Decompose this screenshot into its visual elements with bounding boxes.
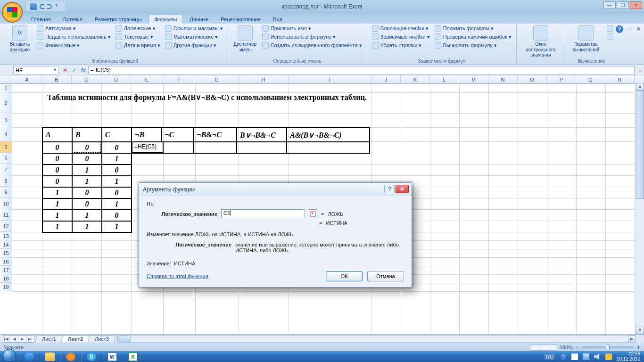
- tray-clock[interactable]: 22:56 10.12.2010: [617, 352, 640, 362]
- ribbon-item[interactable]: Проверка наличия ошибок ▾: [434, 33, 512, 41]
- row-header-3[interactable]: 3: [0, 113, 12, 127]
- help-icon[interactable]: ?: [616, 25, 623, 33]
- table-cell[interactable]: [237, 142, 287, 153]
- tray-updates-icon[interactable]: [605, 354, 612, 360]
- calc-sheet-button[interactable]: [606, 33, 614, 41]
- ribbon-item[interactable]: Логические ▾: [115, 25, 161, 32]
- start-button[interactable]: [0, 351, 19, 362]
- table-cell[interactable]: [132, 165, 161, 176]
- horizontal-scrollbar[interactable]: ◀ ▶: [117, 335, 636, 343]
- select-all-corner[interactable]: [0, 75, 12, 83]
- table-cell[interactable]: [287, 153, 370, 165]
- row-header-7[interactable]: 7: [0, 164, 12, 175]
- save-icon[interactable]: [30, 3, 37, 10]
- column-header-J[interactable]: J: [372, 75, 401, 83]
- taskbar-excel[interactable]: X: [123, 351, 143, 362]
- row-header-1[interactable]: 1: [0, 84, 12, 92]
- table-cell[interactable]: 1: [72, 165, 102, 176]
- tray-flag-icon[interactable]: [571, 354, 578, 360]
- dialog-help-icon[interactable]: ?: [384, 185, 395, 193]
- row-header-2[interactable]: 2: [0, 92, 12, 113]
- quick-access-toolbar[interactable]: ▼: [26, 2, 65, 11]
- table-cell[interactable]: 0: [72, 198, 102, 210]
- ribbon-tab-Рецензирование[interactable]: Рецензирование: [215, 15, 266, 24]
- zoom-out-icon[interactable]: −: [576, 344, 579, 351]
- taskbar-explorer[interactable]: [40, 351, 60, 362]
- table-cell[interactable]: [193, 142, 237, 153]
- row-header-18[interactable]: 18: [0, 274, 12, 283]
- row-header-9[interactable]: 9: [0, 187, 12, 198]
- table-cell[interactable]: 1: [42, 198, 72, 210]
- table-cell[interactable]: [161, 142, 193, 153]
- table-cell[interactable]: [287, 142, 370, 153]
- ribbon-item[interactable]: Убрать стрелки ▾: [371, 41, 431, 49]
- ribbon-item[interactable]: Другие функции ▾: [164, 41, 224, 49]
- sheet-tab-Лист2[interactable]: Лист2: [61, 335, 90, 342]
- row-header-13[interactable]: 13: [0, 232, 12, 240]
- table-cell[interactable]: 1: [72, 221, 102, 232]
- ribbon-item[interactable]: Показать формулы ▾: [434, 25, 512, 32]
- column-header-D[interactable]: D: [101, 75, 131, 83]
- ribbon-item[interactable]: Недавно использовались ▾: [36, 33, 112, 41]
- cancel-button[interactable]: Отмена: [367, 271, 404, 281]
- column-header-K[interactable]: K: [401, 75, 430, 83]
- column-header-M[interactable]: M: [459, 75, 488, 83]
- scroll-up-icon[interactable]: ▲: [636, 83, 644, 90]
- enter-formula-icon[interactable]: ✓: [71, 67, 78, 74]
- ribbon-item[interactable]: Вычислить формулу ▾: [434, 41, 512, 49]
- ribbon-item[interactable]: Математические ▾: [164, 33, 224, 41]
- row-header-15[interactable]: 15: [0, 249, 12, 257]
- column-header-F[interactable]: F: [163, 75, 195, 83]
- row-header-6[interactable]: 6: [0, 153, 12, 164]
- ribbon-item[interactable]: Ссылки и массивы ▾: [164, 25, 224, 32]
- ribbon-item[interactable]: Зависимые ячейки ▾: [371, 33, 431, 41]
- table-cell[interactable]: 1: [42, 187, 72, 198]
- undo-icon[interactable]: [40, 4, 44, 9]
- table-cell[interactable]: 1: [42, 210, 72, 221]
- page-layout-view-icon[interactable]: [539, 344, 548, 351]
- ribbon-item[interactable]: Присвоить имя ▾: [261, 25, 363, 32]
- normal-view-icon[interactable]: [530, 344, 539, 351]
- close-button[interactable]: ✕: [630, 1, 642, 9]
- first-sheet-icon[interactable]: |◀: [2, 335, 10, 343]
- sheet-tab-Лист1[interactable]: Лист1: [35, 335, 63, 342]
- zoom-in-icon[interactable]: +: [636, 344, 640, 351]
- ribbon-item[interactable]: Использовать в формуле ▾: [261, 33, 363, 41]
- column-header-R[interactable]: R: [605, 75, 635, 83]
- ribbon-minimize-icon[interactable]: —: [626, 25, 633, 33]
- taskbar-skype[interactable]: S: [81, 351, 102, 362]
- cancel-formula-icon[interactable]: ✕: [61, 67, 69, 74]
- ribbon-item[interactable]: Текстовые ▾: [115, 33, 161, 41]
- row-header-19[interactable]: 19: [0, 283, 12, 291]
- zoom-level[interactable]: 100%: [560, 345, 573, 350]
- table-cell[interactable]: 0: [42, 153, 72, 165]
- table-cell[interactable]: 1: [102, 176, 132, 187]
- row-header-16[interactable]: 16: [0, 257, 12, 266]
- column-header-H[interactable]: H: [239, 75, 289, 83]
- scroll-right-icon[interactable]: ▶: [628, 336, 636, 342]
- sheet-nav[interactable]: |◀ ◀ ▶ ▶|: [2, 335, 34, 343]
- hscroll-thumb[interactable]: [118, 336, 131, 342]
- tray-network-icon[interactable]: [583, 354, 589, 360]
- zoom-thumb[interactable]: [606, 345, 610, 350]
- table-cell[interactable]: [193, 153, 237, 165]
- column-header-A[interactable]: A: [12, 75, 42, 83]
- column-header-E[interactable]: E: [131, 75, 163, 83]
- insert-function-button[interactable]: fx Вставить функцию: [7, 25, 33, 52]
- column-header-Q[interactable]: Q: [576, 75, 605, 83]
- zoom-slider[interactable]: [582, 346, 634, 348]
- row-header-14[interactable]: 14: [0, 240, 12, 249]
- table-cell[interactable]: 0: [102, 187, 132, 198]
- name-box[interactable]: НЕ ▼: [13, 66, 58, 74]
- formula-input[interactable]: =НЕ(C5): [88, 66, 635, 74]
- table-cell[interactable]: 0: [42, 165, 72, 176]
- table-cell[interactable]: 1: [102, 153, 132, 165]
- scroll-down-icon[interactable]: ▼: [636, 327, 644, 334]
- table-cell[interactable]: 0: [102, 142, 132, 153]
- table-cell[interactable]: 1: [102, 198, 132, 210]
- view-buttons[interactable]: [530, 344, 557, 351]
- table-cell[interactable]: [132, 153, 161, 165]
- function-help-link[interactable]: Справка по этой функции: [147, 273, 208, 279]
- next-sheet-icon[interactable]: ▶: [18, 335, 26, 343]
- table-cell[interactable]: [161, 165, 193, 176]
